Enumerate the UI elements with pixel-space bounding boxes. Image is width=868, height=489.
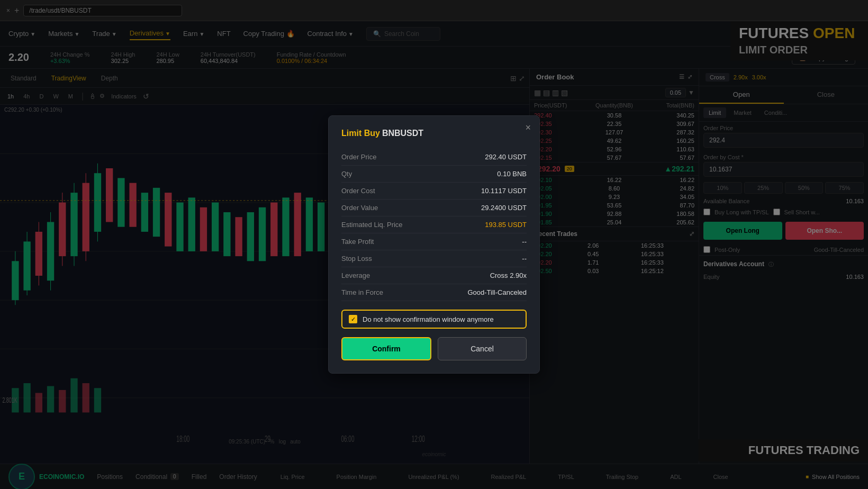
modal-buttons: Confirm Cancel xyxy=(341,337,527,360)
no-confirm-label: Do not show confirmation window anymore xyxy=(363,315,494,323)
modal-order-cost-row: Order Cost 10.1117 USDT xyxy=(341,183,527,200)
modal-stop-loss-row: Stop Loss -- xyxy=(341,250,527,267)
modal-title: Limit Buy BNBUSDT xyxy=(341,129,527,138)
confirm-button[interactable]: Confirm xyxy=(341,337,431,360)
modal-order-value-row: Order Value 29.2400 USDT xyxy=(341,200,527,216)
modal-overlay: Limit Buy BNBUSDT × Order Price 292.40 U… xyxy=(0,0,868,489)
cancel-button[interactable]: Cancel xyxy=(438,337,527,360)
modal-leverage-row: Leverage Cross 2.90x xyxy=(341,267,527,284)
modal-time-in-force-row: Time in Force Good-Till-Canceled xyxy=(341,284,527,301)
no-confirm-checkbox-row[interactable]: ✓ Do not show confirmation window anymor… xyxy=(341,310,527,329)
confirmation-modal: Limit Buy BNBUSDT × Order Price 292.40 U… xyxy=(328,115,540,374)
modal-close-button[interactable]: × xyxy=(525,122,531,133)
no-confirm-checkbox[interactable]: ✓ xyxy=(349,315,357,323)
modal-qty-row: Qty 0.10 BNB xyxy=(341,166,527,183)
modal-order-price-row: Order Price 292.40 USDT xyxy=(341,149,527,166)
modal-est-liq-row: Estimated Liq. Price 193.85 USDT xyxy=(341,216,527,233)
modal-take-profit-row: Take Profit -- xyxy=(341,233,527,250)
